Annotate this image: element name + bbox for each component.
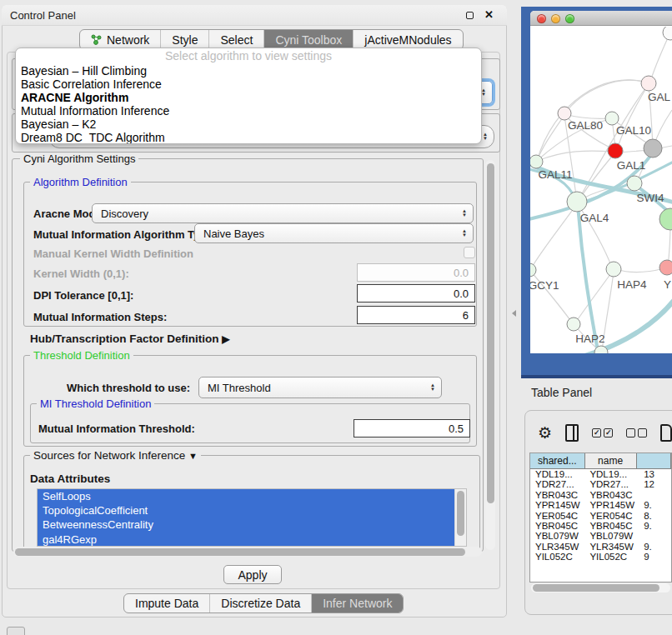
mi-steps-field[interactable]: 6: [357, 306, 475, 324]
aracne-mode-value: Discovery: [101, 208, 148, 220]
spinner-icon: ▲▼: [462, 229, 467, 238]
dpi-tolerance-field[interactable]: 0.0: [357, 284, 475, 302]
network-node[interactable]: [608, 143, 623, 158]
panel-collapse-icon[interactable]: [512, 310, 516, 317]
network-node[interactable]: [605, 112, 619, 125]
close-traffic-light[interactable]: [537, 14, 546, 23]
select-all-columns-icon[interactable]: ✓✓: [592, 428, 613, 438]
attribute-item-gal4rgexp[interactable]: gal4RGexp: [38, 532, 455, 547]
which-threshold-combo[interactable]: MI Threshold ▲▼: [198, 377, 442, 398]
mi-threshold-field[interactable]: 0.5: [354, 419, 470, 438]
table-row[interactable]: YER054CYER054C8.: [530, 511, 671, 521]
table-panel-title: Table Panel: [531, 386, 592, 399]
table-row[interactable]: YDR27...YDR27...12: [530, 479, 671, 489]
table-row[interactable]: YIL052CYIL052C9: [530, 552, 671, 562]
bottom-tab-impute-data[interactable]: Impute Data: [124, 594, 209, 612]
minimize-traffic-light[interactable]: [551, 14, 560, 23]
bottom-tab-infer-network[interactable]: Infer Network: [311, 594, 403, 612]
bottom-tab-discretize-data[interactable]: Discretize Data: [209, 594, 311, 612]
algorithm-item-bayesian-k2[interactable]: Bayesian – K2: [16, 118, 481, 131]
table-row[interactable]: YDL19...YDL19...13: [530, 469, 671, 479]
algorithm-item-bayesian-hill-climbing[interactable]: Bayesian – Hill Climbing: [16, 64, 481, 78]
kernel-width-label: Kernel Width (0,1):: [33, 268, 129, 280]
data-attributes-label: Data Attributes: [30, 472, 110, 485]
network-edge[interactable]: [616, 268, 664, 272]
settings-horizontal-scrollbar[interactable]: [13, 547, 482, 557]
mi-threshold-group-title: MI Threshold Definition: [37, 398, 154, 410]
data-attributes-list[interactable]: SelfLoopsTopologicalCoefficientBetweenne…: [37, 488, 467, 547]
cell: 9: [636, 552, 671, 562]
column-header-extra[interactable]: [637, 453, 671, 468]
zoom-traffic-light[interactable]: [565, 14, 574, 23]
network-edge[interactable]: [650, 34, 669, 82]
algorithm-item-basic-correlation-inference[interactable]: Basic Correlation Inference: [16, 78, 481, 91]
network-node[interactable]: [627, 176, 642, 191]
gear-icon[interactable]: ⚙: [538, 425, 552, 441]
hub-definition-toggle[interactable]: Hub/Transcription Factor Definition ▶: [30, 332, 230, 345]
network-node[interactable]: [530, 263, 536, 277]
attribute-item-topologicalcoefficient[interactable]: TopologicalCoefficient: [38, 503, 455, 518]
network-node[interactable]: [567, 318, 580, 331]
tab-cyni-toolbox[interactable]: Cyni Toolbox: [263, 30, 353, 49]
attribute-item-selfloops[interactable]: SelfLoops: [38, 489, 455, 503]
table-row[interactable]: YLR345WYLR345W9.: [530, 542, 671, 552]
cell: YBR045C: [584, 521, 636, 531]
aracne-mode-combo[interactable]: Discovery ▲▼: [92, 203, 474, 223]
cell: YER054C: [584, 511, 636, 521]
mi-algorithm-type-combo[interactable]: Naive Bayes ▲▼: [194, 223, 474, 243]
network-node[interactable]: [641, 76, 656, 91]
attributes-list-scrollbar[interactable]: [454, 489, 466, 546]
algorithm-item-aracne-algorithm[interactable]: ARACNE Algorithm: [16, 91, 481, 104]
cell: 12: [636, 479, 671, 489]
columns-icon[interactable]: [565, 424, 579, 442]
tab-network[interactable]: Network: [80, 30, 160, 49]
tab-jactivemnodules[interactable]: jActiveMNodules: [353, 30, 462, 49]
network-node[interactable]: [558, 107, 571, 120]
kernel-width-field[interactable]: 0.0: [357, 263, 475, 282]
network-edge[interactable]: [564, 114, 611, 118]
table-row[interactable]: YPR145WYPR145W9.: [530, 500, 671, 510]
network-node[interactable]: [659, 260, 672, 275]
table-row[interactable]: YBL079WYBL079W: [530, 531, 671, 541]
mi-steps-label: Mutual Information Steps:: [33, 311, 167, 323]
network-edge[interactable]: [564, 80, 649, 114]
network-edge-highlighted[interactable]: [578, 204, 599, 353]
network-node[interactable]: [530, 155, 543, 168]
algorithm-item-dream8-dc-tdc-algorithm[interactable]: Dream8 DC_TDC Algorithm: [16, 131, 481, 144]
node-label-gal10: GAL10: [616, 124, 651, 137]
table-horizontal-scrollbar[interactable]: [531, 583, 670, 592]
table-row[interactable]: YBR043CYBR043C: [530, 490, 671, 500]
sources-group-title[interactable]: Sources for Network Inference ▼: [30, 449, 201, 462]
attribute-item-betweennesscentrality[interactable]: BetweennessCentrality: [38, 518, 455, 532]
network-view-window: GALGAL80GAL10GAL1GAL11SWI4GAL4GCY1HAP4YH…: [530, 11, 672, 353]
algorithm-item-mutual-information-inference[interactable]: Mutual Information Inference: [16, 104, 481, 118]
network-node[interactable]: [644, 139, 662, 158]
document-icon[interactable]: [660, 424, 672, 442]
network-node[interactable]: [606, 262, 621, 277]
table-row[interactable]: YBR045CYBR045C9.: [530, 521, 671, 531]
cell: YPR145W: [584, 500, 636, 510]
tab-style[interactable]: Style: [160, 30, 208, 49]
network-edge[interactable]: [617, 84, 649, 150]
network-node[interactable]: [567, 192, 587, 212]
manual-kernel-width-checkbox[interactable]: [464, 247, 475, 258]
node-label-swi4: SWI4: [636, 192, 664, 204]
table-rows: YDL19...YDL19...13YDR27...YDR27...12YBR0…: [530, 469, 671, 562]
cell: YPR145W: [530, 500, 584, 510]
expand-arrow-icon: ▶: [222, 333, 229, 345]
network-node[interactable]: [663, 27, 672, 40]
bottom-tabs: Impute DataDiscretize DataInfer Network: [123, 593, 404, 613]
deselect-all-columns-icon[interactable]: [626, 428, 647, 438]
network-node[interactable]: [659, 208, 672, 230]
apply-button[interactable]: Apply: [223, 565, 282, 584]
column-header-shared[interactable]: shared...: [530, 453, 585, 468]
settings-scrollbar[interactable]: [485, 160, 495, 550]
network-canvas[interactable]: GALGAL80GAL10GAL1GAL11SWI4GAL4GCY1HAP4YH…: [530, 27, 672, 353]
cell: [636, 531, 671, 541]
bottom-left-button[interactable]: [7, 627, 25, 635]
column-header-name[interactable]: name: [585, 453, 637, 468]
tab-select[interactable]: Select: [208, 30, 263, 49]
close-window-icon[interactable]: ✕: [484, 8, 494, 21]
tab-cyni-toolbox-label: Cyni Toolbox: [275, 33, 342, 47]
float-window-icon[interactable]: [466, 12, 474, 19]
